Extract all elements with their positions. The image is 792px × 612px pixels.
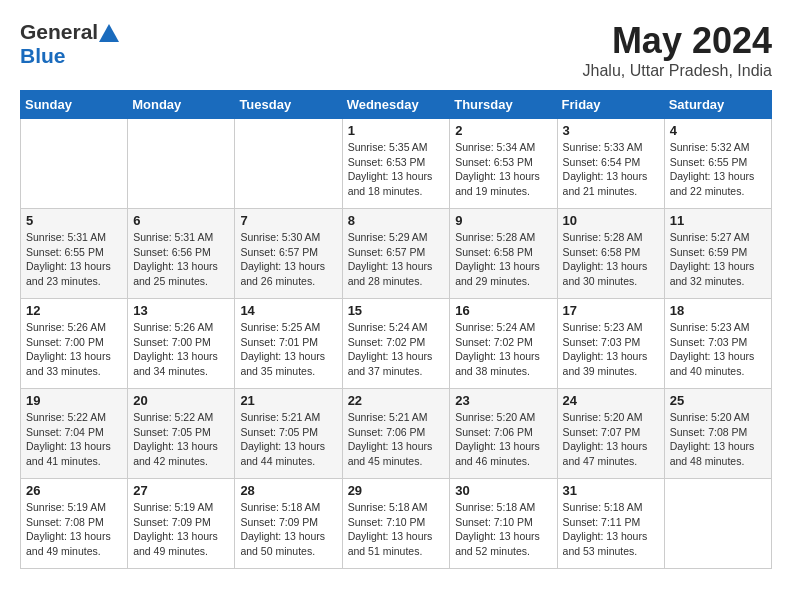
day-number: 12 <box>26 303 122 318</box>
calendar-day-cell: 13Sunrise: 5:26 AMSunset: 7:00 PMDayligh… <box>128 299 235 389</box>
calendar-day-cell: 3Sunrise: 5:33 AMSunset: 6:54 PMDaylight… <box>557 119 664 209</box>
day-number: 31 <box>563 483 659 498</box>
day-info: Sunrise: 5:18 AMSunset: 7:11 PMDaylight:… <box>563 500 659 559</box>
calendar-day-cell: 28Sunrise: 5:18 AMSunset: 7:09 PMDayligh… <box>235 479 342 569</box>
day-info: Sunrise: 5:34 AMSunset: 6:53 PMDaylight:… <box>455 140 551 199</box>
calendar-day-cell: 5Sunrise: 5:31 AMSunset: 6:55 PMDaylight… <box>21 209 128 299</box>
day-info: Sunrise: 5:18 AMSunset: 7:10 PMDaylight:… <box>348 500 445 559</box>
day-info: Sunrise: 5:22 AMSunset: 7:05 PMDaylight:… <box>133 410 229 469</box>
day-number: 20 <box>133 393 229 408</box>
calendar-day-cell: 18Sunrise: 5:23 AMSunset: 7:03 PMDayligh… <box>664 299 771 389</box>
calendar-day-cell: 2Sunrise: 5:34 AMSunset: 6:53 PMDaylight… <box>450 119 557 209</box>
day-number: 9 <box>455 213 551 228</box>
calendar-week-row: 26Sunrise: 5:19 AMSunset: 7:08 PMDayligh… <box>21 479 772 569</box>
day-number: 25 <box>670 393 766 408</box>
day-number: 14 <box>240 303 336 318</box>
calendar-day-cell: 23Sunrise: 5:20 AMSunset: 7:06 PMDayligh… <box>450 389 557 479</box>
day-info: Sunrise: 5:26 AMSunset: 7:00 PMDaylight:… <box>26 320 122 379</box>
calendar-day-cell: 26Sunrise: 5:19 AMSunset: 7:08 PMDayligh… <box>21 479 128 569</box>
day-number: 7 <box>240 213 336 228</box>
day-number: 15 <box>348 303 445 318</box>
day-info: Sunrise: 5:24 AMSunset: 7:02 PMDaylight:… <box>455 320 551 379</box>
day-info: Sunrise: 5:31 AMSunset: 6:55 PMDaylight:… <box>26 230 122 289</box>
logo-icon <box>99 24 119 42</box>
day-number: 2 <box>455 123 551 138</box>
day-info: Sunrise: 5:20 AMSunset: 7:07 PMDaylight:… <box>563 410 659 469</box>
calendar-day-cell: 1Sunrise: 5:35 AMSunset: 6:53 PMDaylight… <box>342 119 450 209</box>
day-number: 10 <box>563 213 659 228</box>
day-info: Sunrise: 5:27 AMSunset: 6:59 PMDaylight:… <box>670 230 766 289</box>
calendar-day-cell: 25Sunrise: 5:20 AMSunset: 7:08 PMDayligh… <box>664 389 771 479</box>
calendar: SundayMondayTuesdayWednesdayThursdayFrid… <box>20 90 772 569</box>
day-number: 28 <box>240 483 336 498</box>
calendar-day-cell <box>235 119 342 209</box>
day-number: 1 <box>348 123 445 138</box>
calendar-week-row: 12Sunrise: 5:26 AMSunset: 7:00 PMDayligh… <box>21 299 772 389</box>
day-info: Sunrise: 5:28 AMSunset: 6:58 PMDaylight:… <box>455 230 551 289</box>
calendar-day-cell: 6Sunrise: 5:31 AMSunset: 6:56 PMDaylight… <box>128 209 235 299</box>
calendar-day-cell: 4Sunrise: 5:32 AMSunset: 6:55 PMDaylight… <box>664 119 771 209</box>
day-info: Sunrise: 5:26 AMSunset: 7:00 PMDaylight:… <box>133 320 229 379</box>
weekday-header: Saturday <box>664 91 771 119</box>
day-number: 19 <box>26 393 122 408</box>
day-info: Sunrise: 5:28 AMSunset: 6:58 PMDaylight:… <box>563 230 659 289</box>
calendar-day-cell: 17Sunrise: 5:23 AMSunset: 7:03 PMDayligh… <box>557 299 664 389</box>
day-info: Sunrise: 5:30 AMSunset: 6:57 PMDaylight:… <box>240 230 336 289</box>
calendar-day-cell <box>664 479 771 569</box>
calendar-header-row: SundayMondayTuesdayWednesdayThursdayFrid… <box>21 91 772 119</box>
month-title: May 2024 <box>583 20 772 62</box>
day-number: 8 <box>348 213 445 228</box>
day-number: 23 <box>455 393 551 408</box>
page-header: General Blue May 2024 Jhalu, Uttar Prade… <box>20 20 772 80</box>
day-info: Sunrise: 5:21 AMSunset: 7:06 PMDaylight:… <box>348 410 445 469</box>
calendar-week-row: 5Sunrise: 5:31 AMSunset: 6:55 PMDaylight… <box>21 209 772 299</box>
calendar-day-cell: 12Sunrise: 5:26 AMSunset: 7:00 PMDayligh… <box>21 299 128 389</box>
day-number: 6 <box>133 213 229 228</box>
calendar-week-row: 19Sunrise: 5:22 AMSunset: 7:04 PMDayligh… <box>21 389 772 479</box>
logo-general: General <box>20 20 98 43</box>
day-info: Sunrise: 5:20 AMSunset: 7:08 PMDaylight:… <box>670 410 766 469</box>
day-number: 13 <box>133 303 229 318</box>
day-number: 5 <box>26 213 122 228</box>
calendar-day-cell: 10Sunrise: 5:28 AMSunset: 6:58 PMDayligh… <box>557 209 664 299</box>
day-info: Sunrise: 5:22 AMSunset: 7:04 PMDaylight:… <box>26 410 122 469</box>
calendar-day-cell: 24Sunrise: 5:20 AMSunset: 7:07 PMDayligh… <box>557 389 664 479</box>
calendar-day-cell: 11Sunrise: 5:27 AMSunset: 6:59 PMDayligh… <box>664 209 771 299</box>
weekday-header: Sunday <box>21 91 128 119</box>
calendar-day-cell: 30Sunrise: 5:18 AMSunset: 7:10 PMDayligh… <box>450 479 557 569</box>
day-number: 18 <box>670 303 766 318</box>
day-number: 3 <box>563 123 659 138</box>
logo-blue: Blue <box>20 44 119 68</box>
weekday-header: Monday <box>128 91 235 119</box>
day-info: Sunrise: 5:31 AMSunset: 6:56 PMDaylight:… <box>133 230 229 289</box>
svg-marker-0 <box>99 24 119 42</box>
calendar-day-cell: 8Sunrise: 5:29 AMSunset: 6:57 PMDaylight… <box>342 209 450 299</box>
title-block: May 2024 Jhalu, Uttar Pradesh, India <box>583 20 772 80</box>
weekday-header: Thursday <box>450 91 557 119</box>
weekday-header: Tuesday <box>235 91 342 119</box>
day-info: Sunrise: 5:21 AMSunset: 7:05 PMDaylight:… <box>240 410 336 469</box>
location: Jhalu, Uttar Pradesh, India <box>583 62 772 80</box>
calendar-day-cell: 20Sunrise: 5:22 AMSunset: 7:05 PMDayligh… <box>128 389 235 479</box>
day-info: Sunrise: 5:18 AMSunset: 7:10 PMDaylight:… <box>455 500 551 559</box>
day-number: 27 <box>133 483 229 498</box>
day-number: 4 <box>670 123 766 138</box>
calendar-day-cell: 7Sunrise: 5:30 AMSunset: 6:57 PMDaylight… <box>235 209 342 299</box>
calendar-day-cell: 21Sunrise: 5:21 AMSunset: 7:05 PMDayligh… <box>235 389 342 479</box>
calendar-day-cell: 29Sunrise: 5:18 AMSunset: 7:10 PMDayligh… <box>342 479 450 569</box>
calendar-week-row: 1Sunrise: 5:35 AMSunset: 6:53 PMDaylight… <box>21 119 772 209</box>
calendar-day-cell: 31Sunrise: 5:18 AMSunset: 7:11 PMDayligh… <box>557 479 664 569</box>
day-number: 29 <box>348 483 445 498</box>
day-info: Sunrise: 5:20 AMSunset: 7:06 PMDaylight:… <box>455 410 551 469</box>
day-number: 16 <box>455 303 551 318</box>
day-info: Sunrise: 5:19 AMSunset: 7:09 PMDaylight:… <box>133 500 229 559</box>
day-number: 11 <box>670 213 766 228</box>
day-info: Sunrise: 5:19 AMSunset: 7:08 PMDaylight:… <box>26 500 122 559</box>
day-number: 26 <box>26 483 122 498</box>
day-info: Sunrise: 5:18 AMSunset: 7:09 PMDaylight:… <box>240 500 336 559</box>
calendar-day-cell: 19Sunrise: 5:22 AMSunset: 7:04 PMDayligh… <box>21 389 128 479</box>
day-info: Sunrise: 5:32 AMSunset: 6:55 PMDaylight:… <box>670 140 766 199</box>
day-info: Sunrise: 5:24 AMSunset: 7:02 PMDaylight:… <box>348 320 445 379</box>
weekday-header: Friday <box>557 91 664 119</box>
calendar-day-cell: 16Sunrise: 5:24 AMSunset: 7:02 PMDayligh… <box>450 299 557 389</box>
